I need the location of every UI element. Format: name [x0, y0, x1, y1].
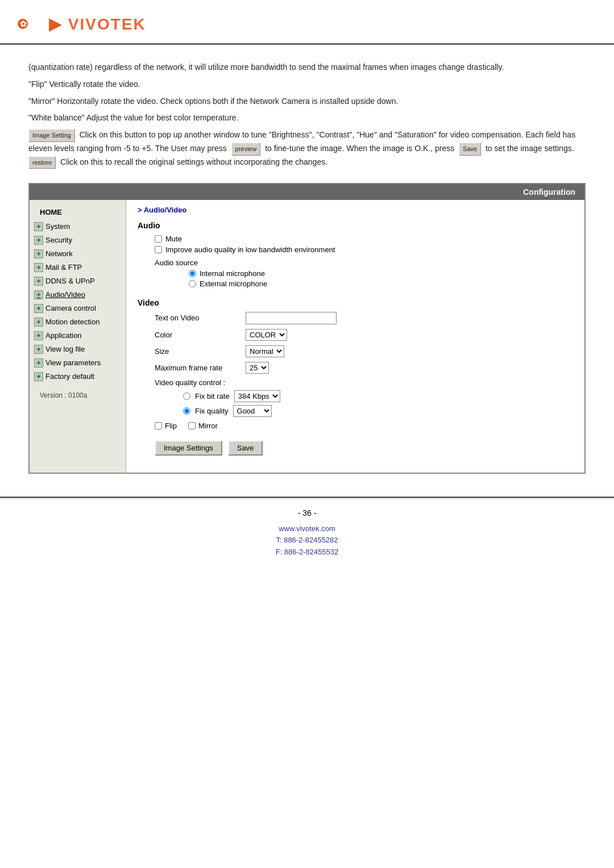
size-row: Size Normal Half: [138, 345, 573, 357]
restore-inline-button[interactable]: restore: [28, 156, 56, 169]
external-mic-row: External microphone: [189, 279, 573, 288]
fix-bit-rate-row: Fix bit rate 384 Kbps 512 Kbps 768 Kbps …: [183, 390, 573, 402]
plus-icon-view-parameters: +: [34, 358, 43, 368]
sidebar-item-network[interactable]: + Network: [30, 247, 126, 261]
svg-text:✿: ✿: [20, 19, 27, 28]
mute-checkbox[interactable]: [155, 235, 162, 243]
footer-fax: F: 886-2-82455532: [0, 546, 614, 558]
sidebar-item-mail-ftp[interactable]: + Mail & FTP: [30, 261, 126, 274]
sidebar-item-audio-video[interactable]: + Audio/Video: [30, 288, 126, 302]
save-inline-button[interactable]: Save: [459, 143, 481, 156]
sidebar-item-application[interactable]: + Application: [30, 329, 126, 343]
flip-item: Flip: [155, 422, 177, 430]
sidebar-item-security[interactable]: + Security: [30, 233, 126, 247]
max-frame-rate-label: Maximum frame rate: [155, 364, 246, 372]
sidebar-item-view-parameters[interactable]: + View parameters: [30, 356, 126, 370]
audio-source-radio-group: Internal microphone External microphone: [189, 269, 573, 288]
config-main: > Audio/Video Audio Mute Improve audio q…: [126, 200, 584, 473]
mirror-label: Mirror: [198, 422, 218, 430]
sidebar-item-camera-control[interactable]: + Camera control: [30, 302, 126, 315]
doc-para-5: Image Setting Click on this button to po…: [28, 128, 586, 169]
flip-checkbox[interactable]: [155, 422, 162, 429]
plus-icon-camera-control: +: [34, 304, 43, 313]
internal-mic-row: Internal microphone: [189, 269, 573, 278]
plus-icon-system: +: [34, 222, 43, 231]
internal-mic-label: Internal microphone: [200, 269, 265, 278]
fix-quality-row: Fix quality Good Normal Fair: [183, 405, 573, 417]
color-dropdown[interactable]: COLOR B/W: [246, 329, 287, 341]
sidebar-item-ddns-upnp[interactable]: + DDNS & UPnP: [30, 274, 126, 288]
plus-icon-motion-detection: +: [34, 318, 43, 327]
plus-icon-mail-ftp: +: [34, 263, 43, 272]
size-dropdown[interactable]: Normal Half: [246, 345, 284, 357]
plus-icon-audio-video: +: [34, 290, 43, 299]
sidebar-item-system[interactable]: + System: [30, 220, 126, 233]
external-mic-radio[interactable]: [189, 280, 196, 287]
improve-audio-row: Improve audio quality in low bandwidth e…: [155, 245, 573, 254]
fix-bit-rate-radio[interactable]: [183, 393, 190, 400]
document-content: (quantization rate) regardless of the ne…: [0, 45, 614, 496]
flip-label: Flip: [165, 422, 177, 430]
image-settings-button[interactable]: Image Settings: [155, 440, 222, 456]
vivotek-logo-icon: ✿: [17, 10, 44, 37]
sidebar-item-motion-detection[interactable]: + Motion detection: [30, 315, 126, 329]
improve-audio-label: Improve audio quality in low bandwidth e…: [165, 245, 335, 254]
audio-source-label: Audio source: [155, 258, 573, 267]
quality-radio-section: Fix bit rate 384 Kbps 512 Kbps 768 Kbps …: [183, 390, 573, 417]
color-label: Color: [155, 331, 246, 339]
text-on-video-label: Text on Video: [155, 314, 246, 322]
doc-para-4: "White balance" Adjust the value for bes…: [28, 111, 586, 125]
quality-dropdown[interactable]: Good Normal Fair: [233, 405, 272, 417]
image-setting-inline-button[interactable]: Image Setting: [28, 129, 75, 142]
page-header: ✿ ▶ VIVOTEK: [0, 0, 614, 45]
plus-icon-network: +: [34, 249, 43, 258]
plus-icon-view-log-file: +: [34, 345, 43, 354]
plus-icon-security: +: [34, 236, 43, 245]
audio-section-title: Audio: [138, 221, 573, 230]
sidebar-version: Version : 0100a: [30, 387, 126, 402]
footer-page-number: - 36 -: [0, 508, 614, 518]
preview-inline-button[interactable]: preview: [231, 143, 261, 156]
page-footer: - 36 - www.vivotek.com T: 886-2-82455282…: [0, 496, 614, 570]
mirror-checkbox[interactable]: [188, 422, 196, 429]
save-button[interactable]: Save: [228, 440, 263, 456]
internal-mic-radio[interactable]: [189, 270, 196, 277]
max-frame-rate-row: Maximum frame rate 25 30 15 10 5: [138, 362, 573, 374]
sidebar-item-factory-default[interactable]: + Factory default: [30, 370, 126, 383]
bit-rate-dropdown[interactable]: 384 Kbps 512 Kbps 768 Kbps 1 Mbps: [234, 390, 280, 402]
video-section: Video Text on Video Color COLOR B/W: [138, 298, 573, 456]
config-header-label: Configuration: [523, 187, 575, 197]
size-label: Size: [155, 347, 246, 356]
mirror-item: Mirror: [188, 422, 218, 430]
plus-icon-application: +: [34, 331, 43, 340]
config-header: Configuration: [30, 184, 584, 200]
sidebar-item-view-log-file[interactable]: + View log file: [30, 343, 126, 356]
footer-website: www.vivotek.com: [0, 523, 614, 535]
doc-para-1: (quantization rate) regardless of the ne…: [28, 61, 586, 74]
improve-audio-checkbox[interactable]: [155, 246, 162, 253]
config-body: HOME + System + Security + Network + Mai…: [30, 200, 584, 473]
video-section-title: Video: [138, 298, 573, 307]
mute-row: Mute: [155, 235, 573, 243]
audio-section: Audio Mute Improve audio quality in low …: [138, 221, 573, 288]
color-row: Color COLOR B/W: [138, 329, 573, 341]
configuration-panel: Configuration HOME + System + Security +…: [28, 183, 586, 474]
flip-mirror-row: Flip Mirror: [155, 422, 573, 430]
doc-para-2: "Flip" Vertically rotate the video.: [28, 78, 586, 91]
plus-icon-factory-default: +: [34, 372, 43, 381]
fix-quality-label: Fix quality: [195, 407, 229, 415]
breadcrumb: > Audio/Video: [138, 206, 573, 214]
external-mic-label: External microphone: [200, 279, 267, 288]
fix-quality-radio[interactable]: [183, 407, 190, 415]
bottom-buttons: Image Settings Save: [155, 440, 573, 456]
logo: ✿ ▶ VIVOTEK: [17, 10, 597, 37]
mute-label: Mute: [165, 235, 182, 243]
max-frame-rate-dropdown[interactable]: 25 30 15 10 5: [246, 362, 269, 374]
video-quality-label: Video quality control :: [155, 378, 573, 387]
doc-para-3: "Mirror" Horizontally rotate the video. …: [28, 95, 586, 108]
sidebar-item-home[interactable]: HOME: [30, 205, 126, 220]
plus-icon-ddns-upnp: +: [34, 277, 43, 286]
footer-phone: T: 886-2-82455282: [0, 535, 614, 546]
logo-text: ▶ VIVOTEK: [49, 15, 146, 34]
text-on-video-input[interactable]: [246, 312, 337, 324]
